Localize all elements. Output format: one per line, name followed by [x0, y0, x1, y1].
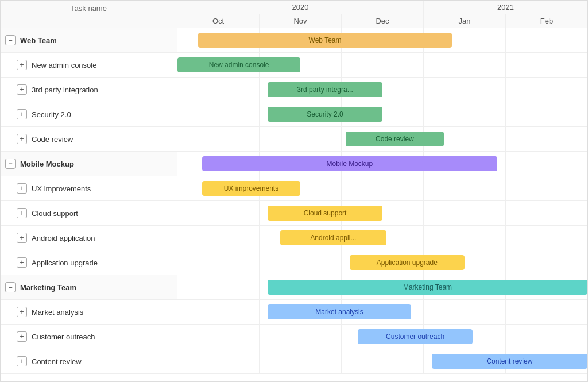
year-2020: 2020: [177, 1, 424, 14]
toggle-btn-new-admin[interactable]: +: [17, 60, 27, 70]
grid-cell-12-2: [342, 325, 424, 349]
grid-cell-5-1: [260, 152, 342, 176]
task-label-security: Security 2.0: [32, 110, 71, 119]
month-row: Oct Nov Dec Jan Feb: [177, 14, 587, 28]
grid-cell-6-4: [506, 176, 587, 200]
grid-cell-12-0: [177, 325, 260, 349]
toggle-btn-marketing-team[interactable]: −: [5, 282, 16, 292]
grid-cell-13-1: [260, 349, 342, 373]
task-row-ux-improvements: +UX improvements: [1, 176, 177, 201]
toggle-btn-code-review[interactable]: +: [17, 134, 27, 144]
toggle-btn-cloud-support[interactable]: +: [17, 208, 27, 218]
grid-cell-11-3: [424, 300, 506, 324]
grid-cell-12-4: [506, 325, 587, 349]
grid-cell-5-0: [177, 152, 260, 176]
year-row: 2020 2021: [177, 1, 587, 14]
grid-cell-5-3: [424, 152, 506, 176]
grid-cell-6-1: [260, 176, 342, 200]
timeline-header: 2020 2021 Oct Nov Dec Jan Feb: [177, 1, 587, 28]
grid-cell-3-0: [177, 102, 260, 126]
task-row-code-review: +Code review: [1, 127, 177, 152]
grid-row-5: [177, 152, 587, 176]
gantt-header: Task name 2020 2021 Oct Nov Dec Jan Feb: [1, 1, 587, 28]
task-label-3rd-party: 3rd party integration: [32, 86, 98, 94]
grid-cell-0-0: [177, 28, 260, 52]
task-row-cloud-support: +Cloud support: [1, 201, 177, 226]
grid-cell-2-3: [424, 78, 506, 102]
grid-cell-11-4: [506, 300, 587, 324]
task-row-mobile-mockup: −Mobile Mockup: [1, 152, 177, 176]
grid-cell-1-3: [424, 53, 506, 77]
grid-cell-11-0: [177, 300, 260, 324]
grid-cell-6-2: [342, 176, 424, 200]
grid-row-2: [177, 78, 587, 102]
grid-cell-4-4: [506, 127, 587, 151]
grid-cell-4-3: [424, 127, 506, 151]
toggle-btn-ux-improvements[interactable]: +: [17, 183, 27, 194]
toggle-btn-mobile-mockup[interactable]: −: [5, 159, 16, 169]
grid-cell-7-3: [424, 201, 506, 225]
year-2021: 2021: [424, 1, 587, 14]
grid-cell-2-4: [506, 78, 587, 102]
grid-cell-10-4: [506, 275, 587, 299]
grid-cell-7-1: [260, 201, 342, 225]
task-row-customer-outreach: +Customer outreach: [1, 325, 177, 349]
grid-cell-8-2: [342, 226, 424, 250]
grid-cell-3-2: [342, 102, 424, 126]
toggle-btn-3rd-party[interactable]: +: [17, 84, 27, 95]
gantt-container: Task name 2020 2021 Oct Nov Dec Jan Feb …: [0, 0, 588, 382]
grid-cell-0-4: [506, 28, 587, 52]
grid-row-13: [177, 349, 587, 374]
timeline-body: Web TeamNew admin console3rd party integ…: [177, 28, 587, 381]
grid-cell-1-4: [506, 53, 587, 77]
grid-cell-10-1: [260, 275, 342, 299]
month-dec: Dec: [342, 14, 424, 28]
grid-cell-0-3: [424, 28, 506, 52]
task-label-mobile-mockup: Mobile Mockup: [20, 160, 74, 168]
toggle-btn-web-team[interactable]: −: [5, 35, 16, 45]
toggle-btn-security[interactable]: +: [17, 109, 27, 119]
grid-cell-4-2: [342, 127, 424, 151]
grid-cell-13-2: [342, 349, 424, 373]
task-row-security: +Security 2.0: [1, 102, 177, 127]
toggle-btn-market-analysis[interactable]: +: [17, 307, 27, 317]
grid-row-6: [177, 176, 587, 201]
grid-cell-9-3: [424, 250, 506, 275]
task-row-web-team: −Web Team: [1, 28, 177, 53]
grid-rows: [177, 28, 587, 381]
toggle-btn-android-app[interactable]: +: [17, 233, 27, 243]
grid-cell-1-1: [260, 53, 342, 77]
task-row-3rd-party: +3rd party integration: [1, 78, 177, 102]
grid-cell-2-1: [260, 78, 342, 102]
toggle-btn-content-review[interactable]: +: [17, 356, 27, 366]
grid-cell-1-2: [342, 53, 424, 77]
grid-cell-3-4: [506, 102, 587, 126]
grid-cell-10-3: [424, 275, 506, 299]
toggle-btn-customer-outreach[interactable]: +: [17, 331, 27, 342]
task-row-marketing-team: −Marketing Team: [1, 275, 177, 300]
task-row-content-review: +Content review: [1, 349, 177, 374]
month-feb: Feb: [506, 14, 587, 28]
task-label-market-analysis: Market analysis: [32, 308, 83, 317]
grid-cell-4-0: [177, 127, 260, 151]
grid-cell-3-3: [424, 102, 506, 126]
grid-cell-9-0: [177, 250, 260, 275]
task-col-header: Task name: [1, 1, 177, 28]
grid-cell-4-1: [260, 127, 342, 151]
grid-cell-8-3: [424, 226, 506, 250]
grid-row-7: [177, 201, 587, 226]
gantt-body: −Web Team+New admin console+3rd party in…: [1, 28, 587, 381]
grid-cell-8-0: [177, 226, 260, 250]
grid-cell-9-4: [506, 250, 587, 275]
grid-row-1: [177, 53, 587, 78]
task-list: −Web Team+New admin console+3rd party in…: [1, 28, 177, 381]
grid-cell-2-2: [342, 78, 424, 102]
grid-cell-5-4: [506, 152, 587, 176]
grid-cell-8-4: [506, 226, 587, 250]
toggle-btn-app-upgrade[interactable]: +: [17, 257, 27, 268]
month-oct: Oct: [177, 14, 260, 28]
grid-cell-13-3: [424, 349, 506, 373]
task-label-content-review: Content review: [32, 357, 82, 366]
grid-row-8: [177, 226, 587, 250]
grid-cell-10-0: [177, 275, 260, 299]
